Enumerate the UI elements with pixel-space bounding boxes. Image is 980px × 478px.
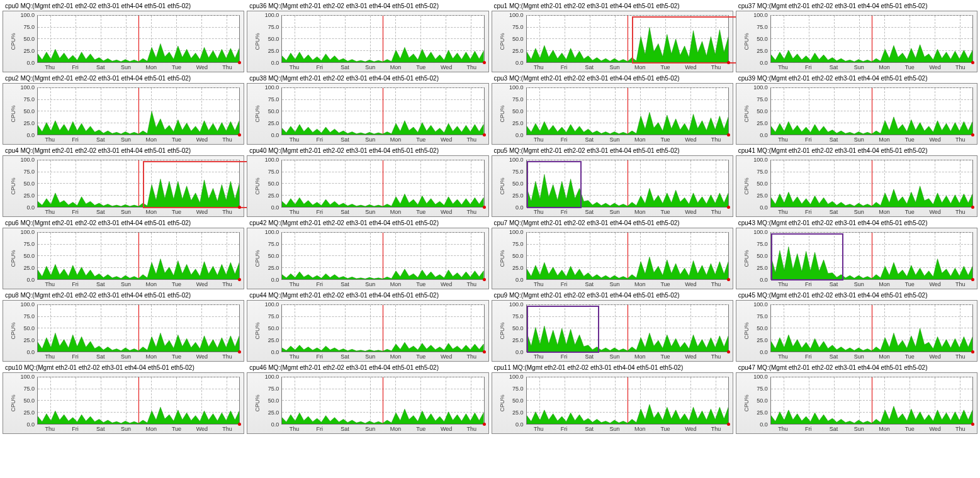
chart-title: cpu45 MQ:(Mgmt eth2-01 eth2-02 eth3-01 e… xyxy=(738,292,977,299)
y-tick: 0.0 xyxy=(271,60,279,66)
y-tick: 25.0 xyxy=(268,265,279,271)
y-tick: 50.0 xyxy=(268,108,279,114)
x-tick: Mon xyxy=(879,64,890,70)
x-tick: Thu xyxy=(45,426,55,432)
chart-box: CPU%0.025.050.075.0100.0ThuFriSatSunMonT… xyxy=(3,372,244,434)
x-tick: Wed xyxy=(196,64,208,70)
y-tick: 25.0 xyxy=(268,48,279,54)
x-tick: Thu xyxy=(711,426,721,432)
y-tick: 25.0 xyxy=(512,409,524,416)
x-tick: Tue xyxy=(660,353,670,360)
plot-area xyxy=(281,15,484,63)
x-tick: Tue xyxy=(905,426,915,432)
y-tick: 50.0 xyxy=(268,397,279,404)
x-tick: Mon xyxy=(634,281,646,287)
x-tick: Thu xyxy=(290,426,300,432)
y-tick: 0.0 xyxy=(271,132,279,138)
x-tick: Thu xyxy=(290,281,300,287)
x-tick: Sat xyxy=(96,281,105,287)
y-tick: 0.0 xyxy=(760,132,768,138)
x-tick: Sun xyxy=(854,64,864,70)
x-tick: Wed xyxy=(685,426,696,432)
chart-box: CPU%0.025.050.075.0100.0ThuFriSatSunMonT… xyxy=(3,83,244,145)
y-axis-label: CPU% xyxy=(498,394,505,411)
plot-area xyxy=(770,160,973,208)
x-tick: Wed xyxy=(441,281,452,287)
chart-cell-cpu7: cpu7 MQ:(Mgmt eth2-01 eth2-02 eth3-01 et… xyxy=(492,220,733,289)
x-tick: Wed xyxy=(196,426,208,432)
y-tick: 50.0 xyxy=(757,36,768,42)
chart-title: cpu11 MQ:(Mgmt eth2-01 eth2-02 eth3-01 e… xyxy=(494,364,733,371)
y-tick: 50.0 xyxy=(512,181,524,187)
x-tick: Tue xyxy=(416,136,425,143)
x-tick: Thu xyxy=(222,353,232,360)
plot-area xyxy=(37,377,240,425)
y-tick: 100.0 xyxy=(509,374,524,380)
y-tick: 75.0 xyxy=(757,169,768,175)
x-tick: Mon xyxy=(146,353,157,360)
x-tick: Thu xyxy=(222,136,232,143)
chart-cell-cpu38: cpu38 MQ:(Mgmt eth2-01 eth2-02 eth3-01 e… xyxy=(247,75,488,145)
x-tick: Mon xyxy=(390,136,402,143)
x-tick: Sun xyxy=(609,426,619,432)
plot-area xyxy=(37,304,240,352)
x-tick: Fri xyxy=(316,426,323,432)
y-tick: 25.0 xyxy=(512,192,524,199)
y-tick: 75.0 xyxy=(757,96,768,103)
x-tick: Mon xyxy=(390,64,402,70)
y-axis-label: CPU% xyxy=(498,250,505,267)
y-axis-label: CPU% xyxy=(10,250,16,267)
chart-cell-cpu10: cpu10 MQ:(Mgmt eth2-01 eth2-02 eth3-01 e… xyxy=(3,364,244,434)
chart-cell-cpu39: cpu39 MQ:(Mgmt eth2-01 eth2-02 eth3-01 e… xyxy=(736,75,977,145)
y-axis-label: CPU% xyxy=(10,105,16,122)
x-tick: Sun xyxy=(121,281,131,287)
y-tick: 100.0 xyxy=(20,157,35,163)
x-tick: Mon xyxy=(390,281,402,287)
y-tick: 0.0 xyxy=(26,60,35,66)
x-tick: Thu xyxy=(534,209,544,215)
x-tick: Sat xyxy=(585,64,594,70)
chart-title: cpu39 MQ:(Mgmt eth2-01 eth2-02 eth3-01 e… xyxy=(738,75,977,82)
chart-box: CPU%0.025.050.075.0100.0ThuFriSatSunMonT… xyxy=(492,372,733,434)
x-tick: Sun xyxy=(365,64,375,70)
y-tick: 25.0 xyxy=(757,337,768,343)
chart-title: cpu4 MQ:(Mgmt eth2-01 eth2-02 eth3-01 et… xyxy=(5,147,244,154)
chart-title: cpu42 MQ:(Mgmt eth2-01 eth2-02 eth3-01 e… xyxy=(249,220,488,226)
x-tick: Mon xyxy=(634,209,646,215)
x-tick: Tue xyxy=(172,281,181,287)
chart-title: cpu37 MQ:(Mgmt eth2-01 eth2-02 eth3-01 e… xyxy=(738,3,977,9)
chart-cell-cpu46: cpu46 MQ:(Mgmt eth2-01 eth2-02 eth3-01 e… xyxy=(247,364,488,434)
x-tick: Wed xyxy=(685,136,696,143)
x-tick: Sun xyxy=(365,426,375,432)
y-tick: 75.0 xyxy=(512,313,524,320)
x-tick: Thu xyxy=(711,353,721,360)
y-tick: 75.0 xyxy=(23,241,35,247)
x-tick: Wed xyxy=(929,281,940,287)
plot-area xyxy=(37,160,240,208)
chart-box: CPU%0.025.050.075.0100.0ThuFriSatSunMonT… xyxy=(3,155,244,217)
x-tick: Wed xyxy=(196,281,208,287)
y-tick: 75.0 xyxy=(268,24,279,30)
chart-cell-cpu6: cpu6 MQ:(Mgmt eth2-01 eth2-02 eth3-01 et… xyxy=(3,220,244,289)
y-axis-label: CPU% xyxy=(254,177,261,194)
y-tick: 25.0 xyxy=(757,192,768,199)
x-tick: Fri xyxy=(561,281,568,287)
plot-area xyxy=(526,304,729,352)
x-tick: Thu xyxy=(467,209,477,215)
x-tick: Wed xyxy=(685,64,696,70)
y-tick: 75.0 xyxy=(268,313,279,320)
x-tick: Thu xyxy=(467,353,477,360)
chart-box: CPU%0.025.050.075.0100.0ThuFriSatSunMonT… xyxy=(736,300,977,362)
y-tick: 25.0 xyxy=(757,409,768,416)
y-tick: 100.0 xyxy=(20,301,35,308)
x-tick: Thu xyxy=(955,426,966,432)
y-tick: 50.0 xyxy=(757,108,768,114)
y-tick: 0.0 xyxy=(760,277,768,283)
y-tick: 100.0 xyxy=(509,301,524,308)
x-tick: Sun xyxy=(609,64,619,70)
chart-cell-cpu47: cpu47 MQ:(Mgmt eth2-01 eth2-02 eth3-01 e… xyxy=(736,364,977,434)
y-tick: 50.0 xyxy=(268,181,279,187)
x-tick: Thu xyxy=(711,209,721,215)
x-tick: Sun xyxy=(365,209,375,215)
chart-cell-cpu36: cpu36 MQ:(Mgmt eth2-01 eth2-02 eth3-01 e… xyxy=(247,3,488,72)
